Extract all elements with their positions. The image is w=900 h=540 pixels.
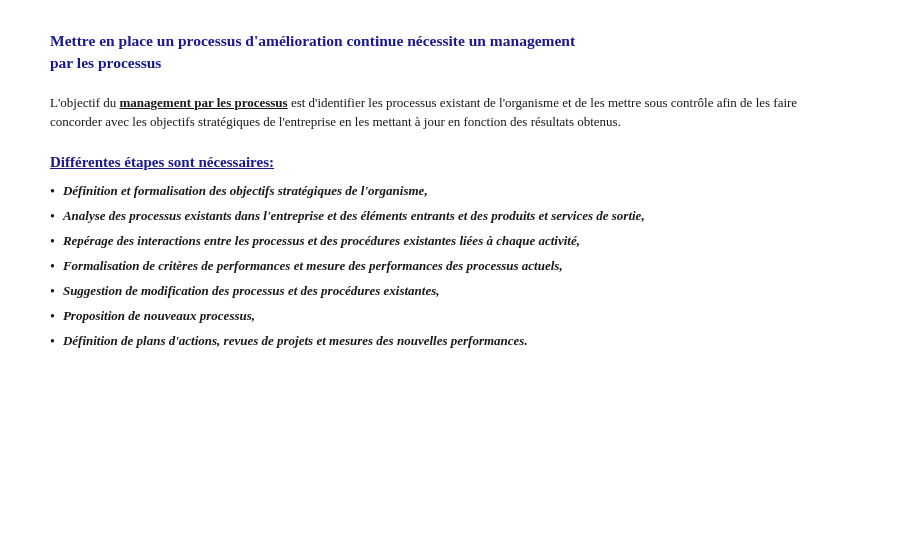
- list-item: •Définition et formalisation des objecti…: [50, 181, 850, 202]
- title-line1: Mettre en place un processus d'améliorat…: [50, 32, 575, 49]
- title-line2: par les processus: [50, 54, 161, 71]
- bullet-icon: •: [50, 231, 55, 252]
- intro-bold: management par les processus: [120, 95, 288, 110]
- steps-heading: Différentes étapes sont nécessaires:: [50, 154, 850, 171]
- list-item: •Proposition de nouveaux processus,: [50, 306, 850, 327]
- step-text: Proposition de nouveaux processus,: [63, 306, 850, 326]
- list-item: •Repérage des interactions entre les pro…: [50, 231, 850, 252]
- list-item: •Définition de plans d'actions, revues d…: [50, 331, 850, 352]
- step-text: Définition de plans d'actions, revues de…: [63, 331, 850, 351]
- list-item: •Analyse des processus existants dans l'…: [50, 206, 850, 227]
- step-text: Analyse des processus existants dans l'e…: [63, 206, 850, 226]
- intro-prefix: L'objectif du: [50, 95, 120, 110]
- bullet-icon: •: [50, 306, 55, 327]
- step-text: Définition et formalisation des objectif…: [63, 181, 850, 201]
- bullet-icon: •: [50, 331, 55, 352]
- bullet-icon: •: [50, 181, 55, 202]
- title-text: Mettre en place un processus d'améliorat…: [50, 30, 850, 75]
- steps-list: •Définition et formalisation des objecti…: [50, 181, 850, 352]
- step-text: Repérage des interactions entre les proc…: [63, 231, 850, 251]
- bullet-icon: •: [50, 256, 55, 277]
- intro-paragraph: L'objectif du management par les process…: [50, 93, 850, 132]
- title-block: Mettre en place un processus d'améliorat…: [50, 30, 850, 75]
- steps-block: Différentes étapes sont nécessaires: •Dé…: [50, 154, 850, 352]
- page: Mettre en place un processus d'améliorat…: [0, 0, 900, 540]
- bullet-icon: •: [50, 281, 55, 302]
- intro-block: L'objectif du management par les process…: [50, 93, 850, 132]
- step-text: Suggestion de modification des processus…: [63, 281, 850, 301]
- list-item: •Formalisation de critères de performanc…: [50, 256, 850, 277]
- bullet-icon: •: [50, 206, 55, 227]
- step-text: Formalisation de critères de performance…: [63, 256, 850, 276]
- list-item: •Suggestion de modification des processu…: [50, 281, 850, 302]
